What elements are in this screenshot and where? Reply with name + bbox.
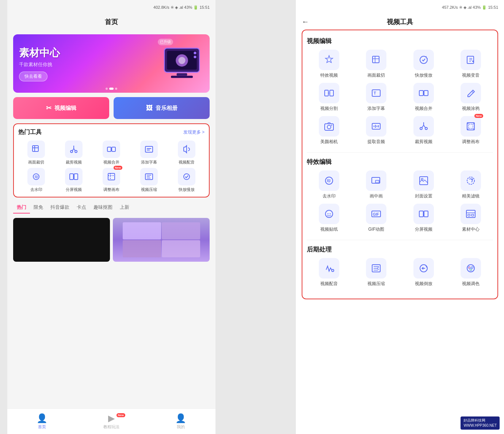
subtitle-tool-r[interactable]: T 添加字幕 xyxy=(354,83,399,112)
video-thumb-1[interactable] xyxy=(13,218,110,262)
tool-trim[interactable]: 裁剪视频 xyxy=(56,141,92,165)
tool-speed[interactable]: 快放慢放 xyxy=(168,168,205,192)
svg-rect-25 xyxy=(325,90,328,96)
gif-tool[interactable]: GIF GIF动图 xyxy=(354,204,399,233)
tab-douyin[interactable]: 抖音爆款 xyxy=(47,202,73,214)
banner[interactable]: 素材中心 千款素材任你挑 快去看看 已升级 xyxy=(13,34,210,93)
tab-free[interactable]: 限免 xyxy=(30,202,47,214)
special-edit-grid: 印 去水印 画中画 xyxy=(307,170,493,233)
tab-cutout[interactable]: 趣味抠图 xyxy=(90,202,116,214)
post-process-section: 后期处理 视频配音 xyxy=(307,245,493,287)
tool-merge[interactable]: 视频合并 xyxy=(93,141,130,165)
beauty-cam-icon xyxy=(319,116,339,137)
svg-rect-42 xyxy=(375,180,379,183)
content-tabs: 热门 限免 抖音爆款 卡点 趣味抠图 上新 xyxy=(7,202,215,214)
tool-audio[interactable]: 视频配音 xyxy=(168,141,205,165)
discover-more-btn[interactable]: 发现更多 > xyxy=(183,129,205,135)
filter-tool[interactable]: 精美滤镜 xyxy=(449,170,493,199)
svg-point-61 xyxy=(470,269,472,271)
canvas-label: 调整画布 xyxy=(103,187,119,192)
svg-point-59 xyxy=(468,266,470,269)
nav-tutorial[interactable]: New ▶ 教程玩法 xyxy=(77,413,146,430)
svg-point-47 xyxy=(325,210,333,218)
page-title-right: 视频工具 xyxy=(387,18,413,26)
sticker-tool[interactable]: 视频贴纸 xyxy=(307,204,351,233)
svg-text:印: 印 xyxy=(327,179,331,183)
svg-rect-16 xyxy=(70,174,73,180)
cover-set-label: 封面设置 xyxy=(415,193,432,199)
svg-text:GIF: GIF xyxy=(373,212,379,216)
video-edit-btn[interactable]: ✂ 视频编辑 xyxy=(13,97,109,119)
material-tool[interactable]: 素材中心 xyxy=(449,204,493,233)
album-icon: 🖼 xyxy=(146,104,153,112)
reverse-icon xyxy=(413,258,434,279)
video-thumb-2[interactable] xyxy=(113,218,210,262)
color-grade-icon xyxy=(461,258,481,279)
banner-subtitle: 千款素材任你挑 xyxy=(19,61,160,68)
reverse-tool[interactable]: 视频倒放 xyxy=(401,258,446,287)
tool-watermark[interactable]: 印 去水印 xyxy=(18,168,54,192)
compress-tool-r[interactable]: 视频压缩 xyxy=(354,258,399,287)
doodle-tool[interactable]: 视频涂鸦 xyxy=(449,83,493,112)
subtitle-icon-wrap xyxy=(140,141,158,158)
dubbing-label: 视频配音 xyxy=(320,281,338,287)
merge-tool-r[interactable]: 视频合并 xyxy=(401,83,446,112)
color-grade-label: 视频调色 xyxy=(462,281,480,287)
back-button[interactable]: ← xyxy=(302,18,309,26)
extract-audio-tool[interactable]: 提取音频 xyxy=(354,116,399,145)
merge-icon-wrap xyxy=(103,141,120,158)
trim-tool-r[interactable]: 裁剪视频 xyxy=(401,116,446,145)
right-phone: 457.2K/s ※ ◈ .al 43% 🔋 15:51 ← 视频工具 视频编辑 xyxy=(296,0,504,434)
svg-rect-51 xyxy=(424,211,428,217)
tab-new[interactable]: 上新 xyxy=(116,202,133,214)
audio-icon-wrap xyxy=(178,141,195,158)
compress-icon-wrap xyxy=(140,168,158,185)
doodle-icon xyxy=(461,83,481,103)
tools-container: 视频编辑 特效视频 xyxy=(302,30,498,299)
cover-set-icon xyxy=(413,170,434,191)
reverse-label: 视频倒放 xyxy=(415,281,432,287)
tool-split-screen[interactable]: 分屏视频 xyxy=(56,168,92,192)
dubbing-tool[interactable]: 视频配音 xyxy=(307,258,351,287)
tool-crop[interactable]: 画面裁切 xyxy=(18,141,54,165)
special-fx-tool[interactable]: 特效视频 xyxy=(307,50,351,78)
pip-label: 画中画 xyxy=(370,193,383,199)
video-edit-section-title: 视频编辑 xyxy=(307,37,493,45)
nav-home[interactable]: 👤 首页 xyxy=(7,413,77,430)
tool-subtitle[interactable]: 添加字幕 xyxy=(131,141,167,165)
canvas-adj-tool[interactable]: New 调整画布 xyxy=(449,116,493,145)
rm-watermark-tool[interactable]: 印 去水印 xyxy=(307,170,351,199)
music-album-btn[interactable]: 🖼 音乐相册 xyxy=(114,97,210,119)
svg-rect-50 xyxy=(419,211,423,217)
split-tool-r[interactable]: 视频分割 xyxy=(307,83,351,112)
merge-icon-r xyxy=(413,83,434,103)
special-edit-section: 特效编辑 印 去水印 xyxy=(307,158,493,233)
banner-cta[interactable]: 快去看看 xyxy=(19,72,47,81)
beauty-cam-tool[interactable]: 美颜相机 xyxy=(307,116,351,145)
tool-compress[interactable]: 视频压缩 xyxy=(131,168,167,192)
svg-rect-5 xyxy=(171,76,193,78)
special-edit-title: 特效编辑 xyxy=(307,158,493,166)
color-grade-tool[interactable]: 视频调色 xyxy=(449,258,493,287)
video-edit-section: 视频编辑 特效视频 xyxy=(307,37,493,145)
compress-label: 视频压缩 xyxy=(141,187,157,192)
tab-hot[interactable]: 热门 xyxy=(13,202,30,214)
tools-row-2: 印 去水印 分屏视频 New xyxy=(18,168,205,192)
voice-change-label: 视频变音 xyxy=(462,72,480,78)
speed-label: 快放慢放 xyxy=(179,187,195,192)
speed-tool-r[interactable]: 快放慢放 xyxy=(401,50,446,78)
pip-tool[interactable]: 画中画 xyxy=(354,170,399,199)
watermark: 好品牌科技网 WWW.HPP360.NET xyxy=(461,416,500,430)
svg-point-60 xyxy=(471,266,473,269)
subtitle-label: 添加字幕 xyxy=(141,160,157,165)
crop-tool-r[interactable]: 画面裁切 xyxy=(354,50,399,78)
nav-mine[interactable]: 👤 我的 xyxy=(146,413,215,430)
cover-set-tool[interactable]: 封面设置 xyxy=(401,170,446,199)
voice-change-tool[interactable]: 视频变音 xyxy=(449,50,493,78)
svg-point-46 xyxy=(471,178,473,180)
tool-canvas[interactable]: New 调整画布 xyxy=(93,168,130,192)
svg-point-55 xyxy=(332,269,334,272)
rm-watermark-icon: 印 xyxy=(319,170,339,191)
tab-beat[interactable]: 卡点 xyxy=(73,202,90,214)
multiscreen-tool[interactable]: 分屏视频 xyxy=(401,204,446,233)
